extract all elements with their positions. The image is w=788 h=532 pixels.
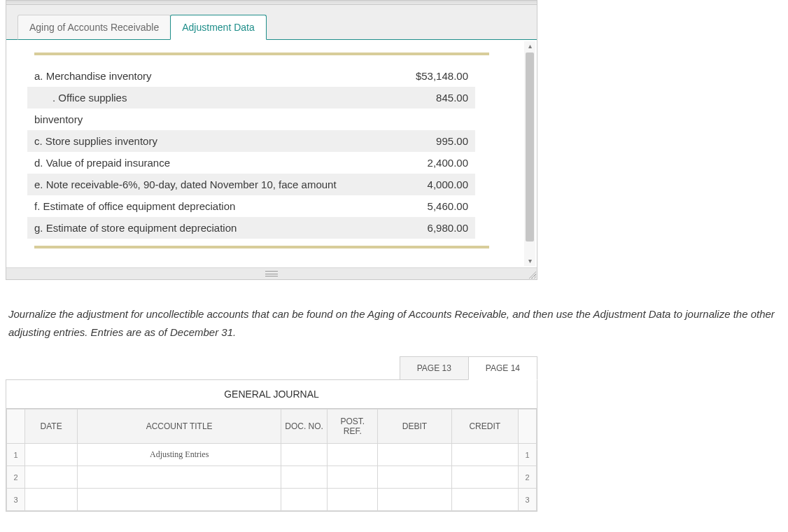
scroll-thumb[interactable] — [526, 52, 534, 241]
journal-title: GENERAL JOURNAL — [6, 380, 537, 409]
table-row: c. Store supplies inventory 995.00 — [27, 130, 475, 152]
row-number: 1 — [518, 444, 536, 466]
adjustment-data-content: a. Merchandise inventory $53,148.00 . Of… — [6, 40, 517, 267]
journal-box: GENERAL JOURNAL DATE ACCOUNT TITLE DOC. … — [6, 380, 537, 512]
cell-debit[interactable] — [378, 466, 451, 489]
instructions-text: Journalize the adjustment for uncollecti… — [8, 305, 780, 341]
adjustment-value: 845.00 — [384, 87, 475, 108]
header-rownum-left — [7, 410, 25, 444]
header-doc-no: DOC. NO. — [281, 410, 328, 444]
row-number: 2 — [7, 466, 25, 489]
cell-account-title[interactable]: Adjusting Entries — [78, 444, 281, 466]
adjustment-value: 4,000.00 — [384, 174, 475, 195]
adjustment-label: f. Estimate of office equipment deprecia… — [27, 195, 384, 217]
vertical-scrollbar[interactable]: ▴ ▾ — [524, 41, 535, 266]
adjustment-value — [384, 108, 475, 130]
cell-debit[interactable] — [378, 444, 451, 466]
adjustment-label: binventory — [27, 108, 384, 130]
adjustment-value: 995.00 — [384, 130, 475, 152]
cell-doc-no[interactable] — [281, 489, 328, 511]
tab-content-outer: a. Merchandise inventory $53,148.00 . Of… — [6, 40, 537, 267]
cell-post-ref[interactable] — [328, 466, 378, 489]
adjustment-label: d. Value of prepaid insurance — [27, 152, 384, 174]
journal-row: 3 3 — [7, 489, 537, 511]
row-number: 3 — [7, 489, 25, 511]
journal-table: DATE ACCOUNT TITLE DOC. NO. POST. REF. D… — [6, 409, 537, 511]
header-post-ref: POST. REF. — [328, 410, 378, 444]
content-separator-bottom — [34, 246, 489, 248]
row-number: 2 — [518, 466, 536, 489]
tab-adjustment-data[interactable]: Adjustment Data — [170, 15, 267, 40]
adjustment-data-panel: Aging of Accounts Receivable Adjustment … — [6, 0, 537, 280]
resize-grip-icon[interactable] — [528, 270, 536, 279]
table-row: . Office supplies 845.00 — [27, 87, 475, 108]
header-account-title: ACCOUNT TITLE — [78, 410, 281, 444]
cell-doc-no[interactable] — [281, 466, 328, 489]
adjustment-label: g. Estimate of store equipment depreciat… — [27, 217, 384, 239]
adjustment-label: e. Note receivable-6%, 90-day, dated Nov… — [27, 174, 384, 195]
scroll-grip-icon — [265, 271, 278, 276]
cell-debit[interactable] — [378, 489, 451, 511]
cell-credit[interactable] — [451, 444, 518, 466]
table-row: binventory — [27, 108, 475, 130]
general-journal-panel: PAGE 13 PAGE 14 GENERAL JOURNAL DATE ACC… — [6, 356, 537, 512]
header-date: DATE — [25, 410, 78, 444]
scroll-up-arrow-icon[interactable]: ▴ — [524, 41, 535, 51]
page-tabs: PAGE 13 PAGE 14 — [6, 356, 537, 380]
adjustment-value: 6,980.00 — [384, 217, 475, 239]
tab-aging-of-accounts-receivable[interactable]: Aging of Accounts Receivable — [17, 15, 171, 40]
page-tab-14[interactable]: PAGE 14 — [468, 356, 537, 380]
cell-post-ref[interactable] — [328, 489, 378, 511]
table-row: a. Merchandise inventory $53,148.00 — [27, 65, 475, 87]
cell-date[interactable] — [25, 444, 78, 466]
journal-header-row: DATE ACCOUNT TITLE DOC. NO. POST. REF. D… — [7, 410, 537, 444]
cell-credit[interactable] — [451, 489, 518, 511]
horizontal-scrollbar[interactable] — [6, 267, 537, 279]
content-separator-top — [34, 52, 489, 55]
cell-doc-no[interactable] — [281, 444, 328, 466]
table-row: g. Estimate of store equipment depreciat… — [27, 217, 475, 239]
cell-date[interactable] — [25, 466, 78, 489]
cell-post-ref[interactable] — [328, 444, 378, 466]
header-rownum-right — [518, 410, 536, 444]
header-debit: DEBIT — [378, 410, 451, 444]
adjustment-label: c. Store supplies inventory — [27, 130, 384, 152]
header-credit: CREDIT — [451, 410, 518, 444]
row-number: 1 — [7, 444, 25, 466]
row-number: 3 — [518, 489, 536, 511]
cell-account-title[interactable] — [78, 489, 281, 511]
adjustment-label: . Office supplies — [27, 87, 384, 108]
adjustment-value: $53,148.00 — [384, 65, 475, 87]
page-tab-13[interactable]: PAGE 13 — [400, 356, 469, 380]
table-row: d. Value of prepaid insurance 2,400.00 — [27, 152, 475, 174]
cell-account-title[interactable] — [78, 466, 281, 489]
scroll-down-arrow-icon[interactable]: ▾ — [524, 256, 535, 266]
journal-row: 2 2 — [7, 466, 537, 489]
tabs-bar: Aging of Accounts Receivable Adjustment … — [6, 5, 537, 40]
adjustment-value: 5,460.00 — [384, 195, 475, 217]
journal-row: 1 Adjusting Entries 1 — [7, 444, 537, 466]
adjustment-label: a. Merchandise inventory — [27, 65, 384, 87]
table-row: f. Estimate of office equipment deprecia… — [27, 195, 475, 217]
table-row: e. Note receivable-6%, 90-day, dated Nov… — [27, 174, 475, 195]
cell-date[interactable] — [25, 489, 78, 511]
adjustment-data-table: a. Merchandise inventory $53,148.00 . Of… — [27, 65, 475, 239]
adjustment-value: 2,400.00 — [384, 152, 475, 174]
cell-credit[interactable] — [451, 466, 518, 489]
